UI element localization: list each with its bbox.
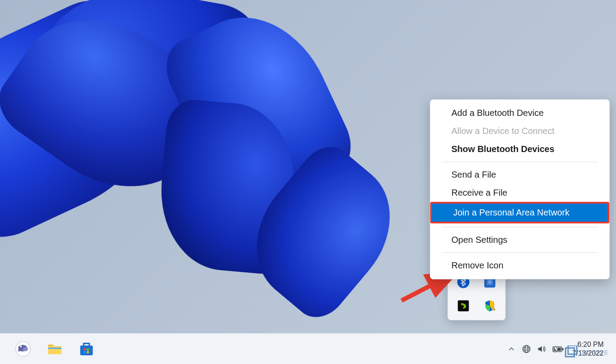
- svg-rect-12: [80, 345, 93, 355]
- clock-date: 7/13/2022: [572, 349, 604, 358]
- menu-allow-device-connect: Allow a Device to Connect: [430, 122, 609, 140]
- taskbar-volume-icon[interactable]: [534, 339, 548, 359]
- volume-icon: [537, 344, 546, 354]
- clock-time: 6:20 PM: [572, 340, 604, 349]
- taskbar-file-explorer-icon[interactable]: [45, 339, 64, 359]
- menu-add-bluetooth-device[interactable]: Add a Bluetooth Device: [430, 104, 609, 122]
- taskbar-chat-icon[interactable]: [13, 339, 33, 359]
- taskbar-language-icon[interactable]: [519, 339, 533, 359]
- annotation-highlight-box: Join a Personal Area Network: [430, 202, 609, 223]
- svg-rect-13: [84, 348, 86, 350]
- taskbar-battery-icon[interactable]: [549, 339, 567, 359]
- menu-separator: [442, 253, 598, 253]
- taskbar-tray-chevron[interactable]: [504, 339, 518, 359]
- taskbar-pinned-apps: [0, 339, 96, 359]
- menu-open-settings[interactable]: Open Settings: [430, 231, 609, 249]
- menu-receive-file[interactable]: Receive a File: [430, 184, 609, 202]
- menu-separator: [442, 162, 598, 162]
- menu-show-bluetooth-devices[interactable]: Show Bluetooth Devices: [430, 140, 609, 158]
- menu-separator: [442, 227, 598, 227]
- nvidia-icon: [457, 299, 470, 312]
- file-explorer-icon: [46, 340, 64, 358]
- windows-security-icon: !: [483, 299, 496, 312]
- svg-text:!: !: [494, 308, 494, 310]
- menu-join-pan[interactable]: Join a Personal Area Network: [432, 204, 608, 222]
- svg-rect-16: [87, 351, 89, 353]
- bluetooth-context-menu: Add a Bluetooth Device Allow a Device to…: [430, 99, 610, 279]
- microsoft-store-icon: [78, 341, 95, 357]
- svg-rect-11: [48, 347, 61, 349]
- taskbar-microsoft-store-icon[interactable]: [77, 339, 96, 359]
- tray-nvidia-icon[interactable]: [451, 295, 475, 316]
- language-icon: [522, 344, 531, 354]
- menu-send-file[interactable]: Send a File: [430, 166, 609, 184]
- tray-windows-security-icon[interactable]: !: [478, 295, 502, 316]
- svg-rect-23: [562, 348, 563, 350]
- taskbar-system-area: 6:20 PM 7/13/2022: [504, 339, 616, 359]
- chevron-up-icon: [508, 345, 515, 353]
- taskbar-clock[interactable]: 6:20 PM 7/13/2022: [568, 340, 608, 358]
- menu-remove-icon[interactable]: Remove Icon: [430, 256, 609, 275]
- battery-icon: [552, 344, 565, 354]
- taskbar: 6:20 PM 7/13/2022: [0, 333, 616, 364]
- svg-point-10: [20, 345, 22, 347]
- wallpaper-bloom: [0, 0, 375, 333]
- chat-icon: [15, 341, 31, 357]
- svg-rect-3: [488, 280, 492, 284]
- svg-rect-14: [87, 348, 89, 350]
- svg-rect-15: [84, 351, 86, 353]
- svg-rect-4: [458, 301, 469, 312]
